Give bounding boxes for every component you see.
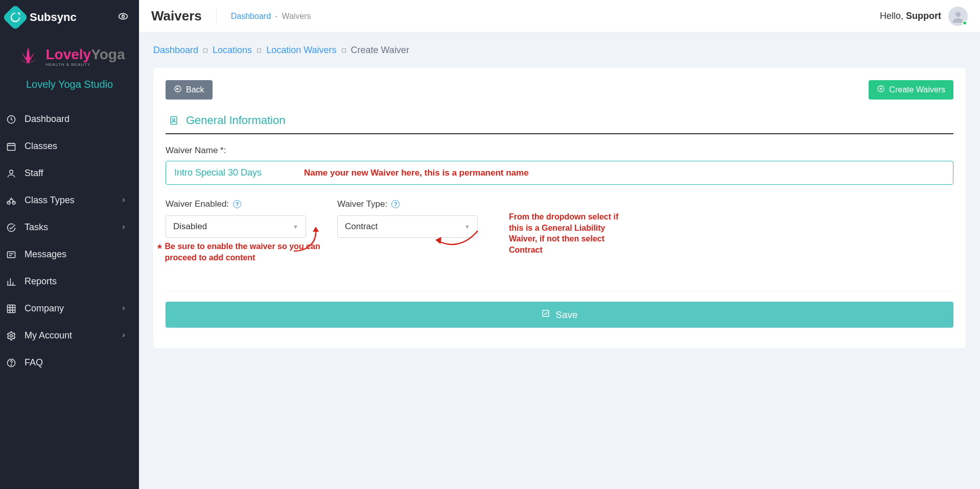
svg-point-6 (7, 201, 10, 204)
svg-point-10 (10, 334, 13, 337)
brand-name: Subsync (30, 11, 77, 24)
create-waivers-button[interactable]: Create Waivers (869, 80, 953, 100)
greeting: Hello, Support (880, 11, 941, 21)
svg-point-20 (173, 118, 175, 120)
waiver-enabled-label: Waiver Enabled: (166, 199, 229, 209)
waiver-enabled-annotation: * Be sure to enable the waiver so you ca… (157, 241, 321, 263)
crumb-locations[interactable]: Locations (213, 45, 252, 56)
question-icon (6, 358, 16, 368)
sidebar-item-label: Staff (25, 168, 43, 179)
brand-logo-icon (3, 5, 29, 31)
chevron-right-icon (121, 222, 127, 233)
page-title: Waivers (151, 8, 217, 24)
section-header: General Information (166, 103, 953, 134)
bicycle-icon (6, 195, 16, 206)
crumb-dashboard[interactable]: Dashboard (153, 45, 198, 56)
content: Dashboard Locations Location Waivers Cre… (139, 33, 980, 489)
sidebar-item-my-account[interactable]: My Account (0, 322, 139, 349)
message-icon (6, 250, 16, 260)
save-button[interactable]: Save (166, 302, 953, 328)
waiver-name-input[interactable] (174, 167, 293, 178)
document-icon (169, 115, 179, 126)
waiver-enabled-value: Disabled (173, 222, 207, 232)
sidebar-item-label: Reports (25, 276, 57, 287)
lotus-icon (14, 43, 42, 71)
crumb-separator-icon (203, 48, 207, 53)
sidebar-item-label: Dashboard (25, 114, 69, 125)
back-button[interactable]: Back (166, 80, 213, 100)
sidebar-toggle-icon[interactable] (118, 11, 129, 24)
user-icon (6, 168, 16, 179)
svg-point-13 (955, 12, 961, 17)
sidebar-item-staff[interactable]: Staff (0, 160, 139, 187)
chevron-right-icon (121, 195, 127, 206)
waiver-name-label: Waiver Name *: (166, 145, 953, 156)
grid-icon (6, 304, 16, 314)
crumb-location-waivers[interactable]: Location Waivers (266, 45, 336, 56)
svg-marker-22 (435, 237, 441, 244)
svg-point-1 (122, 15, 125, 18)
brand[interactable]: Subsync (6, 8, 77, 27)
sidebar-item-reports[interactable]: Reports (0, 268, 139, 295)
waiver-enabled-select[interactable]: Disabled ▼ (166, 215, 306, 238)
sidebar-item-label: Classes (25, 141, 57, 152)
svg-rect-4 (8, 143, 15, 150)
sidebar-item-classes[interactable]: Classes (0, 133, 139, 160)
bar-chart-icon (6, 277, 16, 287)
sidebar-item-dashboard[interactable]: Dashboard (0, 106, 139, 133)
studio-logo-text: LovelyYoga HEALTH & BEAUTY (45, 47, 125, 67)
check-circle-icon (6, 223, 16, 233)
clock-icon (6, 114, 16, 125)
studio-name[interactable]: Lovely Yoga Studio (6, 79, 133, 90)
check-square-icon (541, 309, 550, 321)
sidebar-nav: Dashboard Classes Staff Class Types (0, 103, 139, 379)
calendar-icon (6, 141, 16, 152)
sidebar-item-label: FAQ (25, 357, 43, 368)
header-breadcrumb: Dashboard - Waivers (231, 12, 311, 21)
svg-point-0 (119, 14, 128, 19)
waiver-type-annotation: From the dropdown select if this is a Ge… (509, 199, 632, 255)
waiver-type-select[interactable]: Contract ▼ (337, 215, 478, 238)
svg-point-2 (26, 56, 31, 60)
chevron-down-icon: ▼ (464, 224, 470, 230)
sidebar-item-faq[interactable]: FAQ (0, 349, 139, 376)
help-icon[interactable]: ? (233, 200, 241, 208)
crumb-separator-icon (342, 48, 346, 53)
chevron-right-icon (121, 330, 127, 341)
sidebar-item-company[interactable]: Company (0, 295, 139, 322)
section-title: General Information (186, 114, 285, 127)
waiver-type-label: Waiver Type: (337, 199, 387, 209)
svg-point-12 (11, 364, 11, 365)
crumb-separator-icon (257, 48, 261, 53)
sidebar-item-class-types[interactable]: Class Types (0, 187, 139, 214)
waiver-type-col: Waiver Type: ? Contract ▼ (337, 199, 491, 238)
form-card: Back Create Waivers General Information … (153, 68, 966, 348)
status-dot-icon (962, 20, 967, 26)
sidebar-item-label: Company (25, 303, 64, 314)
header-crumb-sep: - (275, 12, 277, 21)
sidebar-item-messages[interactable]: Messages (0, 241, 139, 268)
studio-block: LovelyYoga HEALTH & BEAUTY Lovely Yoga S… (0, 33, 139, 103)
topbar: Waivers Dashboard - Waivers Hello, Suppo… (139, 0, 980, 33)
waiver-name-input-wrap: Name your new Waiver here, this is a per… (166, 161, 953, 185)
crumb-current: Create Waiver (351, 45, 409, 56)
waiver-type-value: Contract (345, 222, 378, 232)
avatar[interactable] (948, 7, 968, 26)
sidebar-item-label: Tasks (25, 222, 48, 233)
help-icon[interactable]: ? (391, 200, 400, 208)
header-crumb-current: Waivers (282, 12, 311, 21)
sidebar-item-tasks[interactable]: Tasks (0, 214, 139, 241)
waiver-name-annotation: Name your new Waiver here, this is a per… (304, 168, 529, 178)
svg-rect-8 (8, 252, 15, 258)
chevron-right-icon (121, 303, 127, 314)
header-crumb-dashboard[interactable]: Dashboard (231, 12, 271, 21)
sidebar-item-label: Class Types (25, 195, 75, 206)
studio-logo: LovelyYoga HEALTH & BEAUTY (6, 43, 133, 71)
sidebar-item-label: My Account (25, 330, 72, 341)
gear-icon (6, 331, 16, 341)
arrow-left-icon (174, 85, 182, 95)
svg-marker-21 (313, 227, 319, 232)
waiver-enabled-col: Waiver Enabled: ? Disabled ▼ * Be sure t… (166, 199, 319, 238)
chevron-down-icon: ▼ (293, 224, 298, 230)
breadcrumb: Dashboard Locations Location Waivers Cre… (153, 45, 966, 56)
